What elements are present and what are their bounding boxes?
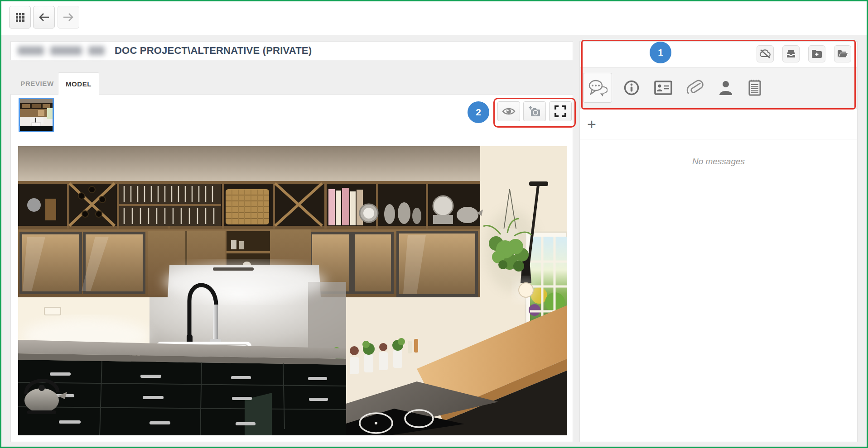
annotation-badge-2: 2: [468, 101, 489, 123]
annotation-badge-1: 1: [650, 42, 671, 63]
tab-people[interactable]: [711, 73, 740, 103]
tab-contact-card[interactable]: [649, 73, 678, 103]
open-folder-button[interactable]: [834, 45, 851, 62]
tab-info[interactable]: [617, 73, 646, 103]
apps-grid-icon: [14, 12, 25, 23]
contact-card-icon: [654, 81, 672, 95]
inbox-icon: [785, 49, 797, 59]
forward-button[interactable]: [58, 6, 79, 29]
add-message-row: +: [580, 109, 857, 139]
cloud-off-button[interactable]: [757, 45, 774, 62]
snapshot-button[interactable]: [523, 101, 546, 121]
tab-notes[interactable]: [740, 73, 769, 103]
project-title-bar: DOC PROJECT\ALTERNATIVE (PRIVATE): [10, 41, 573, 60]
page-title: DOC PROJECT\ALTERNATIVE (PRIVATE): [115, 45, 312, 57]
top-toolbar: [0, 0, 868, 35]
person-icon: [718, 80, 734, 96]
model-render-image[interactable]: [18, 146, 567, 435]
add-folder-button[interactable]: [808, 45, 825, 62]
folder-open-icon: [837, 49, 849, 59]
back-button[interactable]: [33, 6, 55, 29]
camera-plus-icon: [528, 105, 541, 117]
tab-attachments[interactable]: [680, 73, 709, 103]
tab-messages[interactable]: [583, 73, 612, 103]
add-message-button[interactable]: +: [587, 116, 596, 132]
arrow-right-icon: [62, 12, 75, 23]
inbox-button[interactable]: [782, 45, 800, 62]
arrow-left-icon: [38, 12, 50, 23]
app-window: DOC PROJECT\ALTERNATIVE (PRIVATE) PREVIE…: [0, 0, 868, 448]
empty-state-text: No messages: [579, 157, 858, 167]
apps-grid-button[interactable]: [9, 6, 31, 29]
render-thumbnail[interactable]: [19, 98, 54, 132]
fullscreen-icon: [555, 105, 566, 117]
messages-icon: [588, 79, 608, 96]
render-thumbnail-image: [20, 99, 53, 131]
tab-model[interactable]: MODEL: [58, 72, 99, 95]
fullscreen-button[interactable]: [549, 101, 572, 121]
cloud-off-icon: [759, 49, 771, 59]
paperclip-icon: [686, 79, 704, 97]
show-button[interactable]: [497, 101, 520, 121]
notepad-icon: [748, 79, 762, 96]
title-redacted-blur: [18, 46, 105, 55]
info-icon: [623, 80, 640, 96]
eye-icon: [502, 106, 516, 117]
folder-plus-icon: [811, 49, 823, 59]
tab-preview[interactable]: PREVIEW: [16, 72, 58, 95]
